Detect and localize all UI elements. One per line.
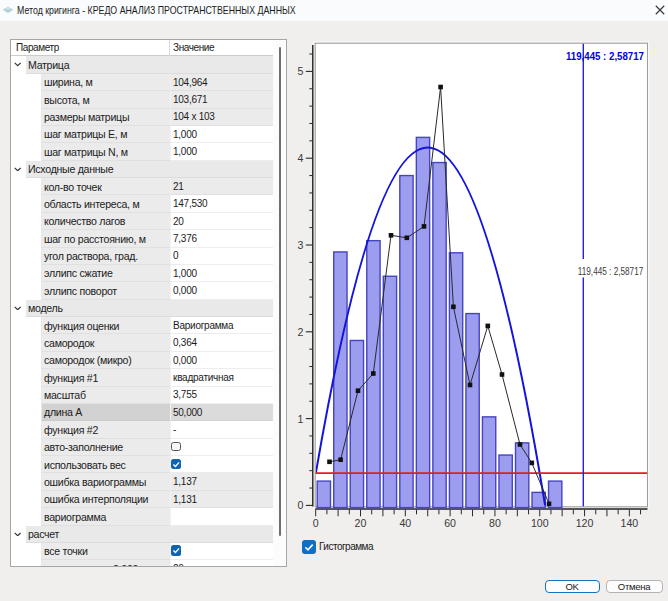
svg-text:140: 140 <box>621 517 639 529</box>
svg-text:4: 4 <box>298 152 304 164</box>
svg-text:0: 0 <box>298 499 304 511</box>
svg-text:2: 2 <box>298 326 304 338</box>
svg-text:0: 0 <box>313 517 319 529</box>
svg-text:100: 100 <box>531 517 549 529</box>
svg-text:1: 1 <box>298 413 304 425</box>
svg-text:119,445 : 2,58717: 119,445 : 2,58717 <box>578 265 644 277</box>
svg-text:80: 80 <box>489 517 501 529</box>
svg-text:40: 40 <box>399 517 411 529</box>
svg-text:60: 60 <box>444 517 456 529</box>
svg-text:5: 5 <box>298 65 304 77</box>
svg-text:120: 120 <box>576 517 594 529</box>
svg-text:3: 3 <box>298 239 304 251</box>
svg-text:119,445 : 2,58717: 119,445 : 2,58717 <box>566 50 644 62</box>
svg-text:20: 20 <box>355 517 367 529</box>
